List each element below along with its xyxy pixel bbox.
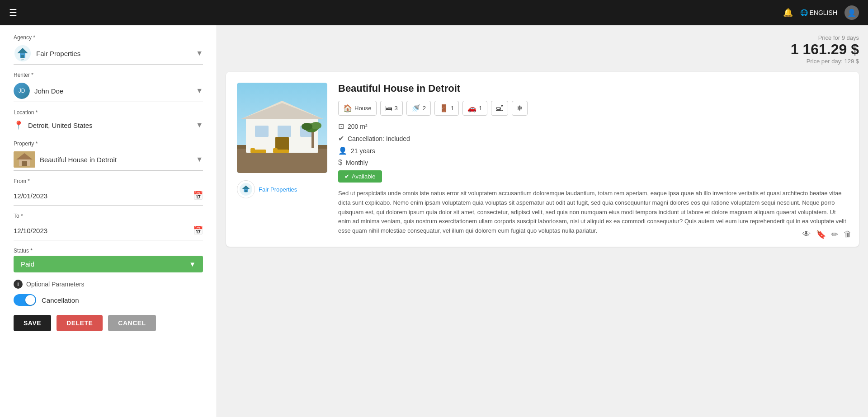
- navbar-right: 🔔 🌐 ENGLISH 👤: [783, 5, 859, 20]
- feature-baths: 🚿 2: [406, 101, 431, 116]
- cancellation-toggle[interactable]: [14, 294, 36, 306]
- renter-dropdown-icon[interactable]: ▼: [196, 87, 203, 95]
- agency-value: Fair Properties: [36, 50, 196, 57]
- bath-icon: 🚿: [411, 104, 420, 112]
- notification-icon[interactable]: 🔔: [783, 8, 793, 18]
- from-value: 12/01/2023: [14, 192, 193, 200]
- property-thumb-svg: [14, 151, 35, 168]
- language-selector[interactable]: 🌐 ENGLISH: [800, 9, 837, 16]
- renter-value: John Doe: [34, 87, 196, 95]
- svg-rect-30: [245, 190, 247, 192]
- toggle-thumb: [25, 295, 35, 305]
- sofa-icon: 🛋: [496, 104, 503, 112]
- check-available-icon: ✔: [344, 173, 349, 180]
- navbar: ☰ 🔔 🌐 ENGLISH 👤: [0, 0, 868, 25]
- car-icon: 🚗: [467, 104, 476, 112]
- to-field: To * 12/10/2023 📅: [14, 213, 203, 240]
- agency-dropdown-icon[interactable]: ▼: [196, 49, 203, 57]
- left-panel: Agency * FP Fair Properties ▼ Renter *: [0, 25, 217, 417]
- property-card-image: [237, 83, 327, 173]
- age-value: 21 years: [351, 147, 375, 155]
- agency-label: Agency *: [14, 34, 203, 41]
- payment-value: Monthly: [346, 159, 368, 166]
- renter-label: Renter *: [14, 72, 203, 78]
- property-card-title: Beautiful House in Detroit: [338, 83, 848, 94]
- card-agency-logo-svg: [240, 183, 252, 196]
- from-label: From *: [14, 178, 203, 184]
- feature-beds: 🛏 3: [380, 101, 403, 116]
- feature-snowflake: ❄: [512, 101, 528, 116]
- cancel-button[interactable]: CANCEL: [108, 315, 156, 331]
- svg-text:FP: FP: [21, 59, 24, 61]
- svg-rect-15: [255, 126, 269, 137]
- from-row: 12/01/2023 📅: [14, 186, 203, 206]
- property-dropdown-icon[interactable]: ▼: [196, 155, 203, 164]
- bed-icon: 🛏: [385, 104, 392, 112]
- agency-logo-svg: FP: [14, 45, 31, 61]
- location-dropdown-icon[interactable]: ▼: [196, 121, 203, 129]
- price-header: Price for 9 days 1 161.29 $ Price per da…: [226, 34, 859, 65]
- property-row: Beautiful House in Detroit ▼: [14, 149, 203, 171]
- dollar-icon: $: [338, 159, 342, 167]
- property-card: Fair Properties Beautiful House in Detro…: [226, 72, 859, 247]
- edit-icon[interactable]: ✏: [831, 230, 838, 239]
- save-button[interactable]: SAVE: [14, 315, 51, 331]
- view-icon[interactable]: 👁: [802, 230, 811, 239]
- right-panel: Price for 9 days 1 161.29 $ Price per da…: [217, 25, 868, 417]
- area-row: ⊡ 200 m²: [338, 122, 848, 131]
- agency-field: Agency * FP Fair Properties ▼: [14, 34, 203, 65]
- snowflake-icon: ❄: [517, 104, 523, 112]
- to-row: 12/10/2023 📅: [14, 221, 203, 240]
- renter-field: Renter * JD John Doe ▼: [14, 72, 203, 102]
- renter-row: JD John Doe ▼: [14, 80, 203, 102]
- room-icon: 🚪: [439, 104, 448, 112]
- status-dropdown-icon: ▼: [189, 260, 196, 268]
- feature-rooms-label: 1: [451, 105, 454, 112]
- feature-cars-label: 1: [479, 105, 482, 112]
- house-scene-svg: [237, 83, 327, 173]
- feature-type-label: House: [354, 105, 372, 112]
- from-calendar-icon[interactable]: 📅: [193, 191, 203, 201]
- main-layout: Agency * FP Fair Properties ▼ Renter *: [0, 25, 868, 417]
- svg-rect-3: [21, 55, 24, 58]
- property-thumbnail: [14, 151, 35, 168]
- trash-icon[interactable]: 🗑: [844, 230, 852, 239]
- optional-params-label: Optional Parameters: [26, 281, 84, 288]
- to-calendar-icon[interactable]: 📅: [193, 225, 203, 235]
- payment-row: $ Monthly: [338, 159, 848, 167]
- action-buttons: SAVE DELETE CANCEL: [14, 315, 203, 331]
- location-pin-icon: 📍: [14, 120, 24, 130]
- menu-icon[interactable]: ☰: [9, 7, 17, 18]
- status-value: Paid: [21, 260, 34, 268]
- age-row: 👤 21 years: [338, 146, 848, 155]
- cancellation-label: Cancellation: [42, 296, 79, 304]
- area-icon: ⊡: [338, 122, 344, 131]
- agency-row: FP Fair Properties ▼: [14, 42, 203, 65]
- feature-type: 🏠 House: [338, 101, 377, 116]
- location-field: Location * 📍 Detroit, United States ▼: [14, 109, 203, 133]
- card-agency-link[interactable]: Fair Properties: [259, 186, 297, 193]
- card-agency-row: Fair Properties: [237, 180, 327, 198]
- property-value: Beautiful House in Detroit: [40, 156, 196, 164]
- svg-rect-19: [311, 130, 314, 148]
- bookmark-icon[interactable]: 🔖: [816, 230, 826, 239]
- cancellation-row: ✔ Cancellation: Included: [338, 134, 848, 143]
- globe-icon: 🌐: [800, 9, 808, 16]
- renter-avatar-circle: JD: [14, 83, 30, 99]
- user-avatar[interactable]: 👤: [844, 5, 859, 20]
- navbar-left: ☰: [9, 7, 17, 18]
- status-label: Status *: [14, 248, 203, 254]
- price-value: 1 161.29 $: [226, 41, 859, 58]
- delete-button[interactable]: DELETE: [57, 315, 103, 331]
- status-dropdown[interactable]: Paid ▼: [14, 256, 203, 272]
- feature-baths-label: 2: [423, 105, 426, 112]
- property-label: Property *: [14, 141, 203, 147]
- features-row: 🏠 House 🛏 3 🚿 2 🚪 1: [338, 101, 848, 116]
- renter-avatar: JD: [14, 83, 30, 99]
- optional-params-section: i Optional Parameters: [14, 280, 203, 289]
- svg-rect-16: [278, 126, 291, 137]
- cancellation-toggle-row: Cancellation: [14, 294, 203, 306]
- to-value: 12/10/2023: [14, 227, 193, 234]
- location-label: Location *: [14, 109, 203, 116]
- property-description: Sed ut perspiciatis unde omnis iste natu…: [338, 189, 848, 236]
